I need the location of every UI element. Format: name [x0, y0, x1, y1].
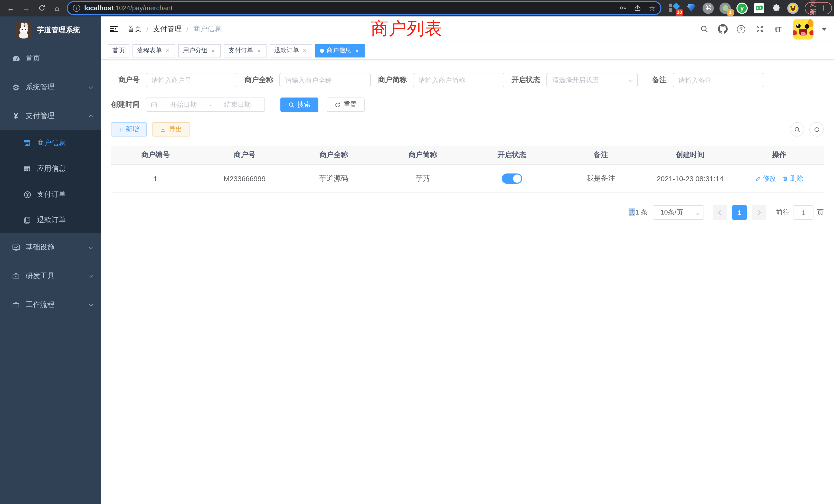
- tab-pay-order[interactable]: 支付订单 ×: [224, 44, 266, 57]
- tab-label: 首页: [112, 46, 125, 55]
- bookmark-star-icon[interactable]: ☆: [649, 4, 655, 12]
- extension-recorder-icon[interactable]: 1: [720, 2, 731, 14]
- short-name-input[interactable]: [413, 73, 504, 87]
- cell-actions: 修改 删除: [734, 165, 824, 192]
- fullscreen-icon[interactable]: [754, 23, 765, 35]
- url-host: localhost: [84, 4, 113, 12]
- merchant-no-input[interactable]: [146, 73, 237, 87]
- browser-home-icon[interactable]: ⌂: [51, 2, 63, 14]
- gear-icon: ⚙: [11, 83, 21, 92]
- extension-chat-icon[interactable]: [753, 2, 765, 14]
- next-page-button[interactable]: [752, 205, 766, 220]
- font-size-icon[interactable]: tT: [772, 23, 784, 35]
- sidebar-item-refund-order[interactable]: 退款订单: [0, 207, 101, 233]
- share-icon[interactable]: [634, 4, 642, 12]
- field-label: 备注: [645, 75, 666, 85]
- chevron-down-icon: [89, 273, 93, 278]
- table-row: 1 M233666999 芋道源码 芋艿 我是备注 2021-10-23 08:…: [111, 165, 824, 192]
- export-button[interactable]: 导出: [152, 122, 190, 137]
- sidebar: 芋道管理系统 首页 ⚙ 系统管理: [0, 17, 101, 504]
- breadcrumb: 首页 / 支付管理 / 商户信息: [127, 24, 222, 33]
- add-button[interactable]: + 新增: [111, 122, 147, 137]
- pagination: 共1 条 10条/页 1 前往 页: [111, 205, 824, 220]
- help-icon[interactable]: ?: [736, 23, 747, 35]
- tab-close-icon[interactable]: ×: [302, 47, 308, 54]
- password-key-icon[interactable]: [619, 4, 627, 12]
- goto-page-input[interactable]: [793, 205, 813, 220]
- full-name-input[interactable]: [279, 73, 371, 87]
- date-range-separator: -: [210, 101, 212, 109]
- tab-label: 退款订单: [274, 46, 299, 55]
- status-select[interactable]: 请选择开启状态: [546, 73, 638, 87]
- filter-create-time: 创建时间 开始日期 - 结束日期: [111, 97, 265, 112]
- cell-status: [467, 165, 556, 192]
- cell-remark: 我是备注: [556, 165, 645, 192]
- browser-update-button[interactable]: 更新 ⋮: [805, 2, 832, 14]
- sidebar-item-home[interactable]: 首页: [0, 44, 101, 73]
- sidebar-item-infrastructure[interactable]: 基础设施: [0, 233, 101, 262]
- site-info-icon[interactable]: i: [73, 4, 80, 12]
- delete-link[interactable]: 删除: [783, 174, 804, 183]
- remark-input[interactable]: [673, 73, 764, 87]
- status-toggle[interactable]: [502, 174, 522, 184]
- tab-user-group[interactable]: 用户分组 ×: [178, 44, 221, 57]
- page-number-1[interactable]: 1: [732, 205, 747, 220]
- extension-command-icon[interactable]: ⌘: [703, 2, 714, 14]
- header-search-icon[interactable]: [698, 23, 710, 35]
- user-avatar[interactable]: [793, 19, 813, 39]
- sidebar-item-label: 系统管理: [26, 83, 89, 92]
- tab-process-form[interactable]: 流程表单 ×: [132, 44, 175, 57]
- merchant-table: 商户编号 商户号 商户全称 商户简称 开启状态 备注 创建时间 操作 1 M23…: [111, 146, 824, 193]
- sidebar-collapse-icon[interactable]: [108, 23, 119, 35]
- browser-back-icon[interactable]: ←: [5, 2, 17, 14]
- extensions-row: 10 ⌘ 1 y: [668, 2, 798, 14]
- pagination-total: 共1 条: [629, 208, 648, 217]
- breadcrumb-home[interactable]: 首页: [127, 24, 142, 33]
- extension-grid-diamond-icon[interactable]: 10: [668, 2, 680, 14]
- edit-link[interactable]: 修改: [755, 174, 776, 183]
- app-logo[interactable]: 芋道管理系统: [0, 17, 101, 44]
- profile-avatar-icon[interactable]: [787, 2, 798, 14]
- browser-menu-kebab-icon[interactable]: ⋮: [820, 4, 827, 12]
- browser-reload-icon[interactable]: [36, 2, 48, 14]
- github-icon[interactable]: [717, 23, 728, 35]
- browser-forward-icon[interactable]: →: [20, 2, 32, 14]
- avatar-caret-icon[interactable]: [822, 27, 827, 30]
- tab-home[interactable]: 首页: [108, 44, 129, 57]
- tab-merchant-info[interactable]: 商户信息 ×: [315, 44, 365, 57]
- sidebar-item-workflow[interactable]: 工作流程: [0, 291, 101, 319]
- total-suffix: 条: [641, 208, 648, 216]
- breadcrumb-payment[interactable]: 支付管理: [153, 24, 182, 33]
- sidebar-item-system[interactable]: ⚙ 系统管理: [0, 73, 101, 101]
- tab-label: 支付订单: [228, 46, 253, 55]
- prev-page-button[interactable]: [713, 205, 727, 220]
- sidebar-item-dev-tools[interactable]: 研发工具: [0, 262, 101, 291]
- sidebar-item-merchant-info[interactable]: 商户信息: [0, 130, 101, 156]
- extension-yuque-icon[interactable]: y: [737, 2, 748, 14]
- sidebar-item-payment[interactable]: ¥ 支付管理: [0, 101, 101, 130]
- tab-refund-order[interactable]: 退款订单 ×: [270, 44, 312, 57]
- column-header: 备注: [556, 146, 645, 164]
- search-button-label: 搜索: [297, 100, 311, 109]
- tab-close-icon[interactable]: ×: [210, 47, 216, 54]
- select-placeholder: 请选择开启状态: [552, 75, 599, 85]
- sidebar-item-app-info[interactable]: 应用信息: [0, 156, 101, 182]
- cell-full-name: 芋道源码: [289, 165, 378, 192]
- tab-close-icon[interactable]: ×: [354, 47, 360, 54]
- app-title: 芋道管理系统: [37, 26, 80, 35]
- refresh-table-button[interactable]: [809, 122, 824, 137]
- extension-gem-icon[interactable]: [686, 2, 697, 14]
- search-button[interactable]: 搜索: [280, 97, 319, 112]
- sidebar-item-pay-order[interactable]: 支付订单: [0, 182, 101, 207]
- url-bar[interactable]: i localhost:1024/pay/merchant ☆: [68, 2, 660, 14]
- reset-button[interactable]: 重置: [327, 97, 365, 112]
- tab-close-icon[interactable]: ×: [164, 47, 171, 54]
- field-label: 商户全称: [244, 75, 273, 85]
- toggle-search-button[interactable]: [790, 122, 804, 137]
- extensions-puzzle-icon[interactable]: [770, 2, 782, 14]
- field-label: 商户号: [111, 75, 140, 85]
- page-size-select[interactable]: 10条/页: [653, 205, 704, 220]
- create-time-range-picker[interactable]: 开始日期 - 结束日期: [146, 97, 265, 112]
- tab-close-icon[interactable]: ×: [256, 47, 262, 54]
- sidebar-item-label: 应用信息: [37, 164, 66, 174]
